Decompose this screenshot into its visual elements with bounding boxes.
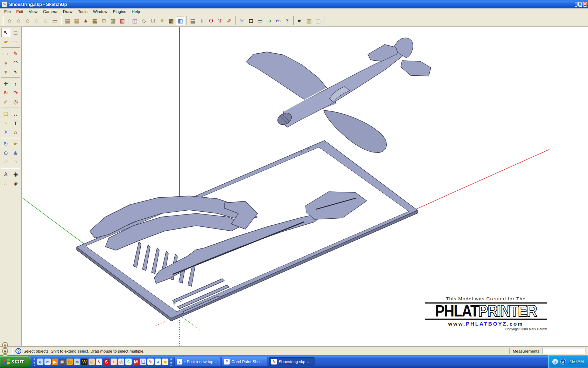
menu-help[interactable]: Help [129,9,143,14]
axes-tool[interactable]: ✳ [1,128,10,137]
component-options-icon[interactable]: ▥ [304,16,314,25]
help-icon[interactable]: ? [15,348,21,354]
wireframe-style-icon[interactable]: ◇ [139,16,148,25]
taskband-handle[interactable] [170,358,172,366]
walk-tool[interactable]: ∴ [1,179,10,188]
menu-draw[interactable]: Draw [60,9,75,14]
push-pull-tool[interactable]: ↑ [11,79,20,88]
select-frame-icon[interactable]: ⊡ [246,16,255,25]
zoom-next-tool[interactable]: ↷ [11,158,20,167]
panel-icon[interactable]: ▢ [314,16,323,25]
pan-tool[interactable]: ☛ [11,139,20,149]
pencil-app-icon[interactable]: ✎ [147,359,154,365]
paint-bucket-tool[interactable]: ▰ [1,37,10,46]
zoom-extents-tool[interactable]: ⊕ [11,149,20,158]
phlat-go-icon[interactable]: ➔ [265,16,274,25]
phlat-dialog-icon[interactable]: ▤ [188,16,197,25]
tray-collapse-icon[interactable]: ‹ [552,359,558,364]
polygon-tool[interactable]: ▼ [1,67,10,76]
close-button[interactable]: ✕ [583,2,587,7]
maxthon-icon[interactable]: M [133,359,139,365]
airplane-model[interactable] [246,38,431,152]
select-tool[interactable]: ↖ [1,28,10,37]
internet-explorer-icon[interactable]: e [37,359,43,365]
marquee-icon[interactable]: ▭ [255,16,265,25]
part-sheet[interactable] [77,141,418,321]
orbit-tool[interactable]: ↻ [1,139,10,149]
move-tool[interactable]: ✚ [1,79,10,88]
solidworks-icon[interactable]: S [103,359,110,365]
view-top-icon[interactable]: ⌂ [32,16,41,25]
hidden-line-style-icon[interactable]: □ [148,16,158,25]
address-book-icon[interactable]: ❏ [140,359,146,365]
media-player-icon[interactable]: ▶ [52,359,58,365]
sandbox-from-contours-icon[interactable]: ▦ [63,16,72,25]
view-left-icon[interactable]: ⌂ [14,16,23,25]
tray-app-icon[interactable]: a [560,359,566,364]
zoom-previous-tool[interactable]: ↶ [1,158,10,167]
power-meter-icon[interactable]: ϟ [125,359,132,365]
world-of-warcraft-icon[interactable]: W [81,359,88,365]
model-viewport[interactable]: 32", 24" 40", 10" This Model was Created… [22,27,588,346]
section-plane-tool[interactable]: ◈ [11,179,20,188]
view-front-icon[interactable]: ⌂ [23,16,32,25]
protractor-tool[interactable]: ◔ [1,118,10,128]
g3-link-icon[interactable]: ∞ [74,359,80,365]
text-tool[interactable]: T [11,118,20,128]
smoove-icon[interactable]: ▲ [81,16,90,25]
scale-tool[interactable]: ⇗ [1,97,10,107]
freehand-tool[interactable]: ∿ [11,67,20,76]
quick-launch-handle[interactable] [34,358,35,366]
cd-burner-icon[interactable]: ◎ [118,359,124,365]
offset-tool[interactable]: ◎ [11,97,20,107]
outside-cut-icon[interactable]: O [206,16,216,25]
monochrome-style-icon[interactable]: ◧ [176,16,185,25]
chrome-icon[interactable]: ◕ [155,359,161,365]
phlat-help-icon[interactable]: ? [283,16,292,25]
messenger-smiley-icon[interactable]: ☻ [162,359,168,365]
position-camera-tool[interactable]: ♙ [1,170,10,179]
hand-pointer-icon[interactable]: ☛ [295,16,304,25]
tape-measure-tool[interactable]: ▤ [1,109,10,118]
3d-text-tool[interactable]: A [11,128,20,137]
menu-view[interactable]: View [26,9,40,14]
look-around-tool[interactable]: ◉ [11,170,20,179]
restore-button[interactable]: ❐ [578,2,582,7]
task-button-sketchup[interactable]: ✎Shoestring.skp - Sket... [269,357,315,367]
task-button-chrome[interactable]: ◕• Post a new topic - G... [174,357,220,367]
menu-file[interactable]: File [1,9,14,14]
menu-camera[interactable]: Camera [40,9,60,14]
menu-edit[interactable]: Edit [14,9,26,14]
shaded-style-icon[interactable]: ■ [158,16,167,25]
circle-tool[interactable]: ● [1,58,10,67]
eraser-tool[interactable]: ▱ [11,37,20,46]
textured-style-icon[interactable]: ▩ [167,16,176,25]
add-detail-icon[interactable]: ▨ [108,16,118,25]
arc-tool[interactable]: ◠ [11,58,20,67]
view-back-icon[interactable]: ⌂ [41,16,50,25]
tab-cut-icon[interactable]: T [216,16,225,25]
photo-viewer-icon[interactable]: ▣ [59,359,65,365]
phlatboyz-icon[interactable]: PB [274,16,283,25]
menu-plugins[interactable]: Plugins [110,9,129,14]
status-model-icon[interactable]: ◉ [2,342,8,348]
stamp-icon[interactable]: ▦ [90,16,99,25]
outlook-express-icon[interactable]: ✉ [44,359,51,365]
view-right-icon[interactable]: ▭ [50,16,59,25]
measurements-input[interactable] [542,348,586,354]
make-component-tool[interactable]: ◻ [11,28,20,37]
menu-tools[interactable]: Tools [75,9,90,14]
drape-icon[interactable]: ◘ [99,16,108,25]
minimize-button[interactable]: _ [575,2,578,7]
menu-window[interactable]: Window [90,9,110,14]
sandbox-from-scratch-icon[interactable]: ▦ [72,16,81,25]
view-iso-icon[interactable]: ⌂ [5,16,14,25]
centerline-point-icon[interactable]: ✳ [237,16,246,25]
follow-me-tool[interactable]: ↷ [11,88,20,97]
dimension-tool[interactable]: ↔ [11,109,20,118]
status-person-icon[interactable]: ◉ [2,348,8,354]
xray-style-icon[interactable]: ◫ [130,16,139,25]
firefox-icon[interactable]: ◗ [111,359,117,365]
task-button-paintshop[interactable]: PCorel Paint Shop Pro ... [222,357,267,367]
flip-edge-icon[interactable]: ▧ [118,16,127,25]
